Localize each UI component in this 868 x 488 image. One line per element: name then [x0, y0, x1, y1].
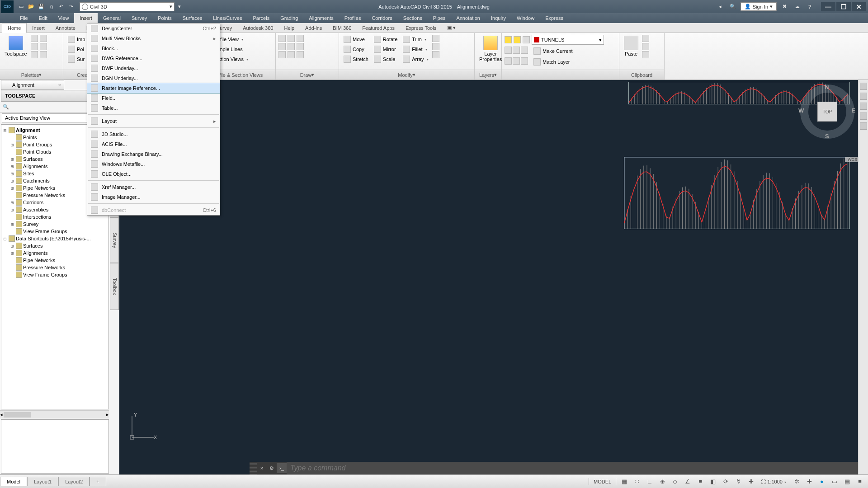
menu-alignments[interactable]: Alignments [303, 13, 339, 23]
close-tab-icon[interactable]: × [58, 82, 61, 88]
transparency-icon[interactable]: ◧ [708, 477, 717, 486]
polar-toggle-icon[interactable]: ⊕ [658, 477, 667, 486]
copy-button[interactable]: Copy [342, 45, 370, 54]
layer-combo[interactable]: TUNNELS ▾ [532, 35, 604, 45]
exchange-icon[interactable]: ✖ [779, 2, 789, 12]
menu-item-multiviewblocks[interactable]: Multi-View Blocks▸ [87, 33, 220, 43]
expand-icon[interactable]: ⊟ [2, 236, 8, 242]
menu-item-rasterimagereference[interactable]: Raster Image Reference... [87, 83, 220, 94]
viewcube-w[interactable]: W [798, 107, 804, 114]
tree-node[interactable]: Pressure Networks [2, 264, 108, 271]
menu-surfaces[interactable]: Surfaces [177, 13, 208, 23]
ribbon-tab-featuredapps[interactable]: Featured Apps [357, 23, 400, 33]
explode-icon[interactable] [432, 43, 439, 50]
menu-item-layout[interactable]: Layout▸ [87, 116, 220, 126]
menu-item-oleobject[interactable]: OLE Object... [87, 169, 220, 179]
menu-parcels[interactable]: Parcels [247, 13, 275, 23]
dyninput-icon[interactable]: ✚ [746, 477, 755, 486]
menu-item-designcenter[interactable]: DesignCenterCtrl+2 [87, 23, 220, 33]
menu-linescurves[interactable]: Lines/Curves [208, 13, 247, 23]
modify-panel-title[interactable]: Modify ▾ [339, 70, 474, 80]
layer-tool-2[interactable] [513, 47, 520, 54]
create-importsurveydata-button[interactable]: Imp [66, 35, 87, 44]
menu-profiles[interactable]: Profiles [339, 13, 367, 23]
otrack-toggle-icon[interactable]: ∠ [683, 477, 692, 486]
layer-tool-1[interactable] [505, 47, 512, 54]
menu-item-windowsmetafile[interactable]: Windows Metafile... [87, 159, 220, 169]
expand-icon[interactable]: ⊞ [9, 164, 15, 169]
menu-item-dwgreference[interactable]: DWG Reference... [87, 53, 220, 63]
menu-item-table[interactable]: Table... [87, 103, 220, 113]
menu-item-acisfile[interactable]: ACIS File... [87, 139, 220, 149]
ribbon-tab-bim360[interactable]: BIM 360 [327, 23, 357, 33]
restore-button[interactable]: ❐ [836, 2, 851, 11]
lock-icon[interactable] [523, 36, 530, 43]
menu-pipes[interactable]: Pipes [428, 13, 451, 23]
make-current-button[interactable]: Make Current [532, 47, 575, 56]
tab-survey[interactable]: Survey [110, 218, 119, 263]
signin-button[interactable]: 👤 Sign In ▾ [741, 2, 777, 11]
move-button[interactable]: Move [342, 35, 370, 44]
ribbon-tab-annotate[interactable]: Annotate [50, 23, 81, 33]
arc-icon[interactable] [288, 35, 295, 42]
menu-window[interactable]: Window [511, 13, 540, 23]
orbit-icon[interactable] [860, 113, 867, 120]
customize-icon[interactable]: ▤ [843, 477, 852, 486]
lightbulb-icon[interactable] [505, 36, 512, 43]
viewcube-s[interactable]: S [825, 133, 829, 140]
array-button[interactable]: Array▾ [401, 55, 430, 64]
layout-tab-model[interactable]: Model [0, 477, 27, 486]
palette-icon-2[interactable] [31, 43, 38, 50]
ribbon-tab-more[interactable]: ▣ ▾ [442, 23, 461, 33]
copy-clip-icon[interactable] [642, 43, 649, 50]
menu-points[interactable]: Points [152, 13, 177, 23]
palette-icon-4[interactable] [40, 35, 47, 42]
menu-corridors[interactable]: Corridors [366, 13, 397, 23]
viewcube-top-face[interactable]: TOP [817, 102, 837, 122]
grid-toggle-icon[interactable]: ▦ [620, 477, 629, 486]
drawing-viewport[interactable]: TOP N S E W WCS Y X × ⚙ ›_ [119, 80, 868, 474]
layer-tool-6[interactable] [521, 57, 528, 65]
command-input[interactable] [287, 462, 860, 474]
tab-toolbox[interactable]: Toolbox [110, 263, 119, 310]
menu-general[interactable]: General [98, 13, 126, 23]
menu-grading[interactable]: Grading [275, 13, 303, 23]
cmd-drag-handle[interactable] [250, 462, 257, 474]
menu-view[interactable]: View [53, 13, 75, 23]
palette-icon-5[interactable] [40, 43, 47, 50]
expand-icon[interactable]: ⊞ [9, 171, 15, 177]
menu-edit[interactable]: Edit [33, 13, 53, 23]
trim-button[interactable]: Trim▾ [401, 35, 430, 44]
redo-icon[interactable]: ↷ [66, 2, 76, 12]
fillet-button[interactable]: Fillet▾ [401, 45, 430, 54]
menu-sections[interactable]: Sections [398, 13, 428, 23]
layer-properties-button[interactable]: LayerProperties [477, 35, 504, 63]
stretch-button[interactable]: Stretch [342, 55, 370, 64]
tree-node[interactable]: Pipe Networks [2, 257, 108, 264]
ribbon-tab-addins[interactable]: Add-ins [300, 23, 327, 33]
draw-panel-title[interactable]: Draw ▾ [276, 70, 339, 80]
circle-icon[interactable] [278, 51, 286, 58]
tree-node[interactable]: View Frame Groups [2, 271, 108, 278]
layout-tab-2[interactable]: Layout2 [58, 477, 90, 486]
layer-tool-5[interactable] [513, 57, 520, 65]
tree-node[interactable]: ⊞Surfaces [2, 242, 108, 249]
layout-tab-1[interactable]: Layout1 [27, 477, 58, 486]
toolspace-search-icon[interactable]: 🔍 [3, 104, 9, 110]
cmd-close-icon[interactable]: × [257, 463, 267, 473]
zoom-icon[interactable] [860, 103, 867, 110]
autodesk360-icon[interactable]: ☁ [792, 2, 802, 12]
menu-survey[interactable]: Survey [126, 13, 152, 23]
layout-tab-add[interactable]: + [90, 477, 106, 486]
steering-wheel-icon[interactable] [860, 83, 867, 90]
undo-icon[interactable]: ↶ [56, 2, 66, 12]
workspace-dropdown-icon[interactable]: ▾ [175, 2, 184, 12]
palette-icon-1[interactable] [31, 35, 38, 42]
clean-screen-icon[interactable]: ▭ [830, 477, 839, 486]
menu-item-dstudio[interactable]: 3D Studio... [87, 129, 220, 139]
cmd-config-icon[interactable]: ⚙ [267, 463, 277, 473]
ribbon-tab-expresstools[interactable]: Express Tools [400, 23, 442, 33]
lineweight-icon[interactable]: ≡ [696, 477, 705, 486]
rect-icon[interactable] [288, 43, 295, 50]
menu-express[interactable]: Express [540, 13, 569, 23]
